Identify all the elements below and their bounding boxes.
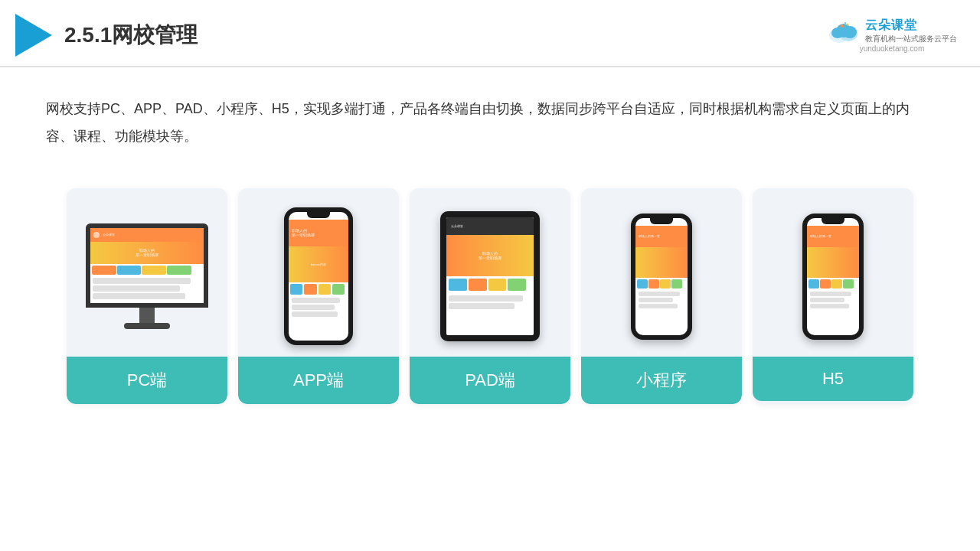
card-h5-image: 职场人的第一堂 — [753, 188, 913, 357]
card-pc: 云朵课堂 职场人的第一堂职场课 — [67, 188, 227, 404]
brand-logo: 云朵课堂 教育机构一站式服务云平台 — [827, 18, 957, 44]
card-pad-label: PAD端 — [410, 357, 570, 404]
card-h5: 职场人的第一堂 — [753, 188, 913, 404]
miniapp-phone-icon: 职场人的第一堂 — [631, 214, 692, 340]
logo-triangle-icon — [15, 14, 52, 57]
description-content: 网校支持PC、APP、PAD、小程序、H5，实现多端打通，产品各终端自由切换，数… — [46, 101, 910, 144]
page-title: 2.5.1网校管理 — [64, 21, 198, 50]
card-h5-label: H5 — [753, 357, 913, 401]
cloud-icon — [827, 20, 861, 43]
page-header: 2.5.1网校管理 云朵课堂 教育机构一站式服务云平台 yunduoketang… — [0, 0, 980, 67]
brand-name: 云朵课堂 — [865, 18, 917, 34]
card-miniapp: 职场人的第一堂 — [581, 188, 742, 404]
card-miniapp-label: 小程序 — [581, 357, 742, 404]
pad-tablet-icon: 云朵课堂 职场人的第一堂职场课 — [440, 211, 540, 341]
svg-point-7 — [844, 22, 846, 24]
h5-phone-icon: 职场人的第一堂 — [802, 214, 864, 340]
pc-monitor-icon: 云朵课堂 职场人的第一堂职场课 — [86, 223, 208, 329]
card-app: 职场人的第一堂职场课 banner内容 — [238, 188, 399, 404]
card-miniapp-image: 职场人的第一堂 — [581, 188, 742, 357]
card-app-image: 职场人的第一堂职场课 banner内容 — [238, 188, 399, 357]
description-text: 网校支持PC、APP、PAD、小程序、H5，实现多端打通，产品各终端自由切换，数… — [0, 67, 980, 165]
card-pad: 云朵课堂 职场人的第一堂职场课 — [410, 188, 570, 404]
app-phone-icon: 职场人的第一堂职场课 banner内容 — [284, 207, 353, 345]
brand-slogan: 教育机构一站式服务云平台 — [865, 34, 957, 44]
svg-point-5 — [841, 24, 844, 28]
svg-point-6 — [847, 23, 849, 25]
header-right: 云朵课堂 教育机构一站式服务云平台 yunduoketang.com — [827, 18, 957, 53]
card-app-label: APP端 — [238, 357, 399, 404]
svg-point-3 — [831, 28, 844, 38]
brand-text: 云朵课堂 教育机构一站式服务云平台 — [865, 18, 957, 44]
brand-url: yunduoketang.com — [860, 44, 925, 53]
card-pc-label: PC端 — [67, 357, 227, 404]
header-left: 2.5.1网校管理 — [15, 14, 198, 57]
card-pad-image: 云朵课堂 职场人的第一堂职场课 — [410, 188, 570, 357]
cards-container: 云朵课堂 职场人的第一堂职场课 — [0, 173, 980, 427]
card-pc-image: 云朵课堂 职场人的第一堂职场课 — [67, 188, 227, 357]
svg-point-4 — [843, 26, 857, 38]
